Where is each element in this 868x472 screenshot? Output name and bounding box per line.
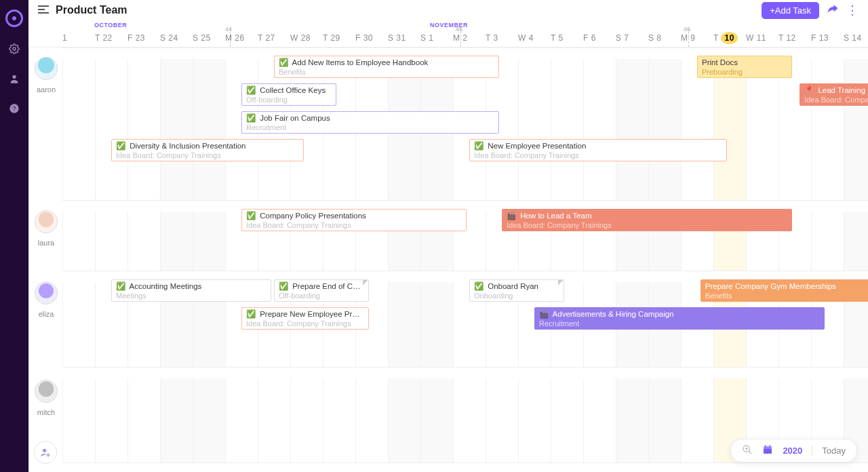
help-icon[interactable]: ? bbox=[9, 103, 20, 117]
user-box[interactable]: eliza bbox=[29, 281, 63, 318]
today-button[interactable]: Today bbox=[822, 446, 846, 456]
people-icon[interactable] bbox=[9, 73, 20, 87]
task-bar[interactable]: 📍 Lead Training 2 wIdea Board: Compan bbox=[800, 83, 868, 106]
day-header[interactable]: T 3 bbox=[486, 33, 498, 43]
timeline-header: OCTOBERNOVEMBER4445461T 22F 23S 24S 25M … bbox=[28, 20, 868, 47]
task-bar[interactable]: 🎬 How to Lead a TeamIdea Board: Company … bbox=[502, 209, 792, 231]
grid-column bbox=[681, 47, 713, 472]
user-box[interactable]: aaron bbox=[29, 57, 63, 94]
check-icon: ✅ bbox=[116, 142, 125, 150]
year-picker[interactable]: 2020 bbox=[783, 446, 802, 456]
task-subtitle: Off-boarding bbox=[279, 291, 364, 300]
task-title: ✅ Diversity & Inclusion Presentation bbox=[116, 141, 299, 151]
task-title: Print Docs bbox=[702, 58, 787, 67]
task-bar[interactable]: ✅ Accounting MeetingsMeetings bbox=[111, 279, 271, 302]
timeline-body[interactable]: aaronlauraelizamitch ✅ Add New Items to … bbox=[28, 47, 868, 472]
task-subtitle: Benefits bbox=[279, 67, 494, 77]
day-header[interactable]: T 27 bbox=[258, 33, 275, 43]
day-header[interactable]: 1 bbox=[62, 33, 67, 43]
task-subtitle: Idea Board: Company Trainings bbox=[474, 151, 722, 160]
nav-rail: ? bbox=[0, 0, 28, 472]
user-box[interactable]: mitch bbox=[29, 380, 63, 416]
day-header[interactable]: W 28 bbox=[290, 33, 311, 43]
day-header[interactable]: W 4 bbox=[518, 33, 534, 43]
user-name: eliza bbox=[29, 310, 63, 318]
user-name: laura bbox=[29, 239, 63, 247]
more-icon[interactable]: ⋮ bbox=[846, 4, 859, 16]
day-header[interactable]: T 10 bbox=[713, 33, 738, 43]
task-title: ✅ Prepare End of Contr bbox=[279, 281, 364, 291]
add-task-button[interactable]: +Add Task bbox=[762, 2, 819, 19]
grid-column bbox=[583, 47, 616, 472]
day-header[interactable]: S 7 bbox=[616, 33, 629, 43]
task-bar[interactable]: ✅ Company Policy PresentationsIdea Board… bbox=[241, 209, 467, 231]
day-header[interactable]: T 5 bbox=[551, 33, 564, 43]
svg-line-8 bbox=[749, 451, 751, 454]
task-bar[interactable]: ✅ Onboard RyanOnboarding bbox=[469, 279, 564, 302]
day-header[interactable]: F 6 bbox=[583, 33, 596, 43]
day-header[interactable]: T 22 bbox=[95, 33, 113, 43]
week-number: 46 bbox=[684, 26, 690, 33]
task-bar[interactable]: ✅ Prepare New Employee PresenIdea Board:… bbox=[241, 307, 369, 330]
grid-column bbox=[778, 47, 811, 472]
app-logo[interactable] bbox=[5, 9, 23, 27]
day-header[interactable]: S 24 bbox=[160, 33, 178, 43]
add-person-button[interactable] bbox=[34, 441, 57, 464]
page-title: Product Team bbox=[56, 4, 127, 16]
task-bar[interactable]: Print DocsPreboarding bbox=[697, 56, 792, 78]
task-bar[interactable]: 🎬 Advertisements & Hiring CampaignRecrui… bbox=[534, 307, 825, 330]
day-header[interactable]: T 29 bbox=[323, 33, 340, 43]
avatar bbox=[35, 57, 58, 80]
day-header[interactable]: F 13 bbox=[811, 33, 829, 43]
week-number: 44 bbox=[225, 26, 232, 33]
day-header[interactable]: W 11 bbox=[746, 33, 766, 43]
day-header[interactable]: M 26 bbox=[225, 33, 245, 43]
day-header[interactable]: T 12 bbox=[778, 33, 796, 43]
share-icon[interactable] bbox=[826, 3, 840, 18]
task-bar[interactable]: ✅ Job Fair on CampusRecruitment bbox=[241, 111, 499, 134]
task-subtitle: Idea Board: Company Trainings bbox=[246, 319, 364, 328]
calendar-icon[interactable] bbox=[762, 444, 773, 457]
task-subtitle: Idea Board: Company Trainings bbox=[246, 220, 462, 230]
day-header[interactable]: M 9 bbox=[681, 33, 696, 43]
grid-column bbox=[746, 47, 778, 472]
day-header[interactable]: F 30 bbox=[355, 33, 373, 43]
task-bar[interactable]: ✅ Add New Items to Employee HandbookBene… bbox=[274, 56, 499, 78]
settings-icon[interactable] bbox=[9, 43, 20, 57]
day-header[interactable]: S 25 bbox=[193, 33, 211, 43]
task-subtitle: Idea Board: Company Trainings bbox=[507, 220, 787, 230]
task-bar[interactable]: ✅ New Employee PresentationIdea Board: C… bbox=[469, 139, 727, 161]
row-separator bbox=[62, 367, 868, 378]
svg-point-0 bbox=[13, 47, 16, 50]
grid-column bbox=[844, 47, 868, 472]
day-header[interactable]: S 8 bbox=[648, 33, 662, 43]
check-icon: ✅ bbox=[246, 212, 256, 220]
day-header[interactable]: S 1 bbox=[420, 33, 434, 43]
avatar bbox=[35, 380, 58, 403]
task-bar[interactable]: ✅ Diversity & Inclusion PresentationIdea… bbox=[111, 139, 304, 161]
zoom-icon[interactable] bbox=[742, 444, 753, 457]
task-bar[interactable]: Prepare Company Gym MembershipsBenefits bbox=[701, 279, 868, 302]
task-bar[interactable]: ✅ Prepare End of ContrOff-boarding bbox=[274, 279, 369, 302]
check-icon: ✅ bbox=[279, 282, 288, 290]
month-label: OCTOBER bbox=[94, 22, 127, 28]
task-title: 📍 Lead Training 2 w bbox=[804, 85, 868, 95]
day-header[interactable]: S 31 bbox=[388, 33, 406, 43]
user-name: mitch bbox=[29, 408, 63, 416]
grid-column bbox=[648, 47, 681, 472]
task-title: ✅ Onboard Ryan bbox=[474, 281, 559, 291]
grid-column bbox=[713, 47, 746, 472]
task-bar[interactable]: ✅ Collect Office KeysOff-boarding bbox=[241, 83, 336, 106]
day-header[interactable]: S 14 bbox=[844, 33, 862, 43]
user-box[interactable]: laura bbox=[29, 210, 63, 247]
avatar bbox=[35, 210, 58, 233]
day-header[interactable]: M 2 bbox=[453, 33, 468, 43]
task-title: ✅ Accounting Meetings bbox=[116, 281, 267, 291]
task-title: Prepare Company Gym Memberships bbox=[705, 281, 868, 291]
check-icon: ✅ bbox=[474, 142, 484, 150]
day-header[interactable]: F 23 bbox=[127, 33, 145, 43]
menu-icon[interactable] bbox=[38, 4, 49, 16]
task-title: 🎬 How to Lead a Team bbox=[507, 211, 787, 220]
grid-column bbox=[62, 47, 95, 472]
page-header: Product Team +Add Task ⋮ bbox=[28, 0, 868, 20]
